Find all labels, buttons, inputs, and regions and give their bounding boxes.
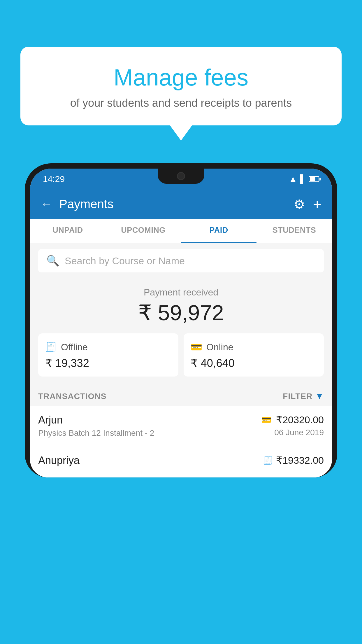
tab-upcoming[interactable]: UPCOMING (106, 219, 181, 243)
app-bar-actions: ⚙ + (294, 196, 321, 213)
transaction-amount-2: ₹19332.00 (276, 454, 324, 466)
transaction-right: 💳 ₹20320.00 06 June 2019 (261, 414, 324, 437)
speech-bubble-title: Manage fees (35, 64, 327, 91)
offline-icon: 🧾 (45, 342, 57, 353)
transaction-left-2: Anupriya (38, 454, 80, 469)
phone-notch (158, 169, 204, 184)
search-placeholder: Search by Course or Name (65, 255, 185, 267)
transaction-name-2: Anupriya (38, 454, 80, 467)
back-button[interactable]: ← (41, 198, 52, 211)
tab-students[interactable]: STUDENTS (256, 219, 332, 243)
settings-button[interactable]: ⚙ (294, 197, 305, 212)
online-label: Online (206, 342, 233, 353)
offline-card: 🧾 Offline ₹ 19,332 (38, 333, 178, 377)
online-card-header: 💳 Online (191, 342, 317, 353)
phone-outer: 14:29 ▲ ▌ ← Payments ⚙ + (25, 163, 337, 477)
offline-pay-icon: 🧾 (263, 456, 273, 465)
offline-label: Offline (61, 342, 88, 353)
payment-amount: ₹ 59,972 (38, 300, 324, 325)
app-bar-title: Payments (59, 197, 287, 211)
transaction-details: Physics Batch 12 Installment - 2 (38, 428, 154, 438)
table-row[interactable]: Anupriya 🧾 ₹19332.00 (30, 446, 332, 477)
status-icons: ▲ ▌ (289, 174, 319, 184)
phone-camera (177, 172, 185, 180)
phone-device: 14:29 ▲ ▌ ← Payments ⚙ + (25, 163, 337, 644)
transaction-amount-col: ₹20320.00 06 June 2019 (274, 414, 324, 437)
offline-amount: ₹ 19,332 (45, 357, 171, 370)
online-pay-icon: 💳 (261, 415, 271, 425)
payment-received-label: Payment received (38, 287, 324, 298)
offline-card-header: 🧾 Offline (45, 342, 171, 353)
transaction-amount-col-2: ₹19332.00 (276, 454, 324, 468)
filter-icon: ▼ (315, 392, 324, 401)
battery-icon (309, 176, 319, 182)
table-row[interactable]: Arjun Physics Batch 12 Installment - 2 💳… (30, 406, 332, 446)
transaction-left: Arjun Physics Batch 12 Installment - 2 (38, 414, 154, 438)
search-container: 🔍 Search by Course or Name (30, 243, 332, 278)
transaction-date: 06 June 2019 (274, 428, 324, 437)
transaction-amount: ₹20320.00 (276, 414, 324, 426)
signal-icon: ▌ (300, 174, 306, 184)
transaction-right-2: 🧾 ₹19332.00 (263, 454, 324, 468)
payment-cards: 🧾 Offline ₹ 19,332 💳 Online ₹ 40,640 (38, 333, 324, 377)
app-bar: ← Payments ⚙ + (30, 190, 332, 219)
payment-summary: Payment received ₹ 59,972 🧾 Offline ₹ 19… (30, 278, 332, 385)
search-icon: 🔍 (46, 255, 59, 267)
filter-button[interactable]: FILTER ▼ (283, 392, 324, 401)
battery-fill (310, 177, 315, 181)
speech-bubble: Manage fees of your students and send re… (20, 47, 342, 125)
transaction-name: Arjun (38, 414, 154, 426)
add-button[interactable]: + (313, 196, 321, 213)
online-icon: 💳 (191, 342, 202, 353)
tab-paid[interactable]: PAID (181, 219, 256, 243)
filter-label: FILTER (283, 392, 312, 401)
tabs-bar: UNPAID UPCOMING PAID STUDENTS (30, 219, 332, 243)
search-box[interactable]: 🔍 Search by Course or Name (38, 249, 324, 272)
online-amount: ₹ 40,640 (191, 357, 317, 370)
transactions-header: TRANSACTIONS FILTER ▼ (30, 385, 332, 406)
transactions-label: TRANSACTIONS (38, 392, 106, 401)
online-card: 💳 Online ₹ 40,640 (184, 333, 324, 377)
speech-bubble-subtitle: of your students and send receipts to pa… (35, 97, 327, 109)
status-time: 14:29 (43, 174, 65, 184)
tab-unpaid[interactable]: UNPAID (30, 219, 106, 243)
wifi-icon: ▲ (289, 174, 297, 184)
phone-screen: 14:29 ▲ ▌ ← Payments ⚙ + (30, 169, 332, 477)
